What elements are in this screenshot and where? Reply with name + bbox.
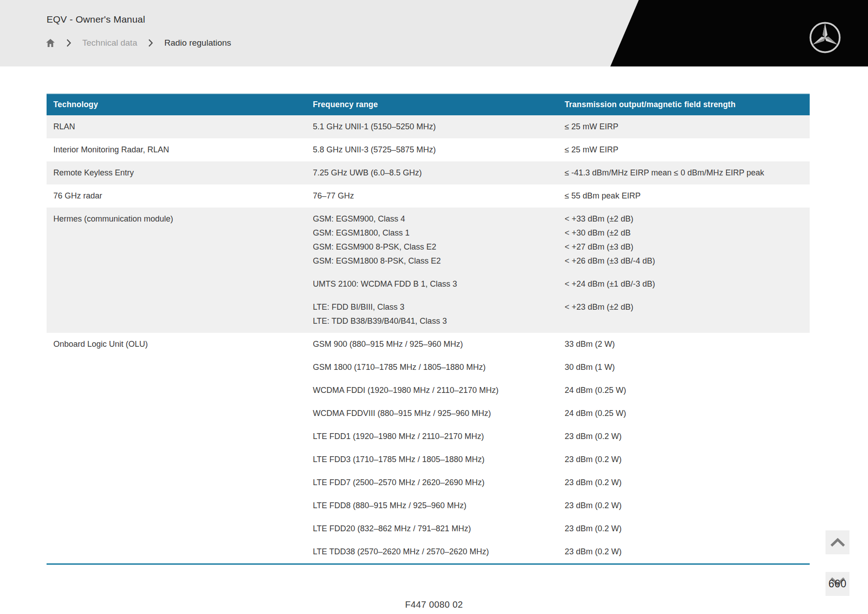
manual-page: EQV - Owner's Manual Technical data Radi… [0,0,868,614]
technology-label: Onboard Logic Unit (OLU) [53,337,306,351]
frequency-group: WCDMA FDDVIII (880–915 MHz / 925–960 MHz… [313,406,558,420]
table-row: Interior Monitoring Radar, RLAN5.8 GHz U… [47,138,810,161]
technology-cell: 76 GHz radar [47,189,306,203]
frequency-line: 76–77 GHz [313,189,558,203]
value-line: 30 dBm (1 W) [565,360,810,374]
value-line: < +33 dBm (±2 dB) [565,212,810,226]
frequency-group: GSM 900 (880–915 MHz / 925–960 MHz) [313,337,558,351]
frequency-line: WCDMA FDDI (1920–1980 MHz / 2110–2170 MH… [313,383,558,397]
value-group: 33 dBm (2 W) [565,337,810,351]
value-line: 23 dBm (0.2 W) [565,545,810,559]
frequency-group: GSM 1800 (1710–1785 MHz / 1805–1880 MHz) [313,360,558,374]
frequency-line: WCDMA FDDVIII (880–915 MHz / 925–960 MHz… [313,406,558,420]
frequency-group: LTE FDD7 (2500–2570 MHz / 2620–2690 MHz) [313,476,558,490]
frequency-line: GSM: EGSM900, Class 4 [313,212,558,226]
value-line: ≤ 25 mW EIRP [565,120,810,134]
value-group: ≤ -41.3 dBm/MHz EIRP mean ≤ 0 dBm/MHz EI… [565,166,810,180]
value-line: 23 dBm (0.2 W) [565,453,810,467]
value-cell: ≤ -41.3 dBm/MHz EIRP mean ≤ 0 dBm/MHz EI… [558,166,810,180]
value-group: ≤ 55 dBm peak EIRP [565,189,810,203]
value-line: ≤ -41.3 dBm/MHz EIRP mean ≤ 0 dBm/MHz EI… [565,166,810,180]
value-line: 24 dBm (0.25 W) [565,406,810,420]
table-row: RLAN5.1 GHz UNII-1 (5150–5250 MHz)≤ 25 m… [47,115,810,138]
value-line: < +24 dBm (±1 dB/-3 dB) [565,277,810,291]
value-line: ≤ 55 dBm peak EIRP [565,189,810,203]
value-group: 23 dBm (0.2 W) [565,476,810,490]
value-line: 24 dBm (0.25 W) [565,383,810,397]
value-group: 24 dBm (0.25 W) [565,406,810,420]
chevron-right-icon [148,38,153,47]
value-line: 23 dBm (0.2 W) [565,476,810,490]
value-line: < +26 dBm (±3 dB/-4 dB) [565,254,810,268]
frequency-group: LTE FDD20 (832–862 MHz / 791–821 MHz) [313,522,558,536]
value-line: 23 dBm (0.2 W) [565,430,810,444]
value-group: < +23 dBm (±2 dB) [565,300,810,328]
value-line: < +27 dBm (±3 dB) [565,240,810,254]
technology-cell: Onboard Logic Unit (OLU) [47,337,306,559]
value-cell: 33 dBm (2 W)30 dBm (1 W)24 dBm (0.25 W)2… [558,337,810,559]
page-number-button[interactable]: 660 [826,572,849,596]
frequency-line: LTE: TDD B38/B39/B40/B41, Class 3 [313,314,558,328]
frequency-cell: 7.25 GHz UWB (6.0–8.5 GHz) [306,166,558,180]
frequency-line: GSM 1800 (1710–1785 MHz / 1805–1880 MHz) [313,360,558,374]
frequency-line: 5.1 GHz UNII-1 (5150–5250 MHz) [313,120,558,134]
value-group: ≤ 25 mW EIRP [565,143,810,157]
value-group: 23 dBm (0.2 W) [565,545,810,559]
document-number: F447 0080 02 [0,600,868,610]
value-group: 24 dBm (0.25 W) [565,383,810,397]
value-line: 23 dBm (0.2 W) [565,499,810,513]
mercedes-star-icon [809,21,841,54]
frequency-cell: 5.8 GHz UNII-3 (5725–5875 MHz) [306,143,558,157]
frequency-line: GSM 900 (880–915 MHz / 925–960 MHz) [313,337,558,351]
frequency-line: 7.25 GHz UWB (6.0–8.5 GHz) [313,166,558,180]
frequency-group: LTE FDD8 (880–915 MHz / 925–960 MHz) [313,499,558,513]
home-button[interactable] [46,38,55,47]
column-header-transmission-output: Transmission output/magnetic field stren… [558,100,810,109]
breadcrumb-item-radio-regulations: Radio regulations [164,38,231,48]
table-row: 76 GHz radar76–77 GHz≤ 55 dBm peak EIRP [47,184,810,208]
frequency-group: WCDMA FDDI (1920–1980 MHz / 2110–2170 MH… [313,383,558,397]
value-group: 23 dBm (0.2 W) [565,499,810,513]
frequency-group: LTE: FDD BI/BIII, Class 3LTE: TDD B38/B3… [313,300,558,328]
value-cell: ≤ 25 mW EIRP [558,143,810,157]
frequency-line: LTE FDD7 (2500–2570 MHz / 2620–2690 MHz) [313,476,558,490]
value-group: 23 dBm (0.2 W) [565,522,810,536]
value-line [565,314,810,328]
frequency-group: GSM: EGSM900, Class 4GSM: EGSM1800, Clas… [313,212,558,268]
value-line: 23 dBm (0.2 W) [565,522,810,536]
frequency-line: LTE FDD1 (1920–1980 MHz / 2110–2170 MHz) [313,430,558,444]
frequency-cell: GSM: EGSM900, Class 4GSM: EGSM1800, Clas… [306,212,558,328]
frequency-cell: 5.1 GHz UNII-1 (5150–5250 MHz) [306,120,558,134]
frequency-group: 7.25 GHz UWB (6.0–8.5 GHz) [313,166,558,180]
frequency-line: LTE FDD8 (880–915 MHz / 925–960 MHz) [313,499,558,513]
table-header-row: Technology Frequency range Transmission … [47,94,810,115]
column-header-frequency-range: Frequency range [306,100,558,109]
radio-regulations-table: Technology Frequency range Transmission … [47,93,810,565]
technology-label: RLAN [53,120,306,134]
frequency-cell: GSM 900 (880–915 MHz / 925–960 MHz)GSM 1… [306,337,558,559]
technology-label: 76 GHz radar [53,189,306,203]
column-header-technology: Technology [47,100,306,109]
frequency-group: LTE FDD1 (1920–1980 MHz / 2110–2170 MHz) [313,430,558,444]
table-row: Remote Keyless Entry7.25 GHz UWB (6.0–8.… [47,161,810,184]
value-line: ≤ 25 mW EIRP [565,143,810,157]
breadcrumb-item-technical-data[interactable]: Technical data [82,38,137,48]
value-group: 23 dBm (0.2 W) [565,430,810,444]
scroll-to-top-button[interactable] [826,530,849,554]
value-group: < +24 dBm (±1 dB/-3 dB) [565,277,810,291]
technology-label: Interior Monitoring Radar, RLAN [53,143,306,157]
frequency-group: 5.8 GHz UNII-3 (5725–5875 MHz) [313,143,558,157]
home-icon [46,38,55,47]
frequency-group: LTE TDD38 (2570–2620 MHz / 2570–2620 MHz… [313,545,558,559]
table-row: Hermes (communication module)GSM: EGSM90… [47,208,810,333]
technology-label: Hermes (communication module) [53,212,306,226]
value-cell: ≤ 25 mW EIRP [558,120,810,134]
chevron-right-icon [66,38,71,47]
frequency-line: GSM: EGSM1800, Class 1 [313,226,558,240]
technology-cell: RLAN [47,120,306,134]
app-header: EQV - Owner's Manual Technical data Radi… [0,0,868,66]
value-line: < +30 dBm (±2 dB [565,226,810,240]
value-group: 23 dBm (0.2 W) [565,453,810,467]
frequency-line: LTE TDD38 (2570–2620 MHz / 2570–2620 MHz… [313,545,558,559]
frequency-line: 5.8 GHz UNII-3 (5725–5875 MHz) [313,143,558,157]
